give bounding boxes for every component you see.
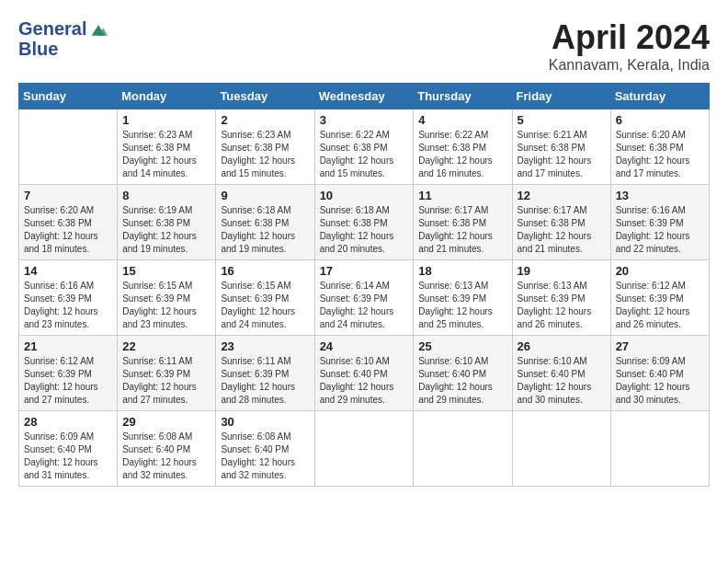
day-cell: 17Sunrise: 6:14 AM Sunset: 6:39 PM Dayli… [314, 260, 414, 336]
day-info: Sunrise: 6:08 AM Sunset: 6:40 PM Dayligh… [122, 431, 210, 482]
day-cell: 19Sunrise: 6:13 AM Sunset: 6:39 PM Dayli… [512, 260, 610, 336]
day-number: 17 [320, 264, 409, 278]
day-info: Sunrise: 6:23 AM Sunset: 6:38 PM Dayligh… [122, 129, 210, 180]
day-number: 9 [221, 189, 309, 202]
day-number: 21 [24, 339, 112, 353]
col-header-friday: Friday [512, 84, 610, 109]
day-info: Sunrise: 6:19 AM Sunset: 6:38 PM Dayligh… [122, 204, 210, 256]
day-cell: 28Sunrise: 6:09 AM Sunset: 6:40 PM Dayli… [19, 411, 118, 487]
day-cell: 10Sunrise: 6:18 AM Sunset: 6:38 PM Dayli… [314, 185, 414, 260]
day-number: 29 [122, 415, 210, 429]
page-header: General Blue April 2024 Kannavam, Kerala… [18, 18, 710, 74]
day-info: Sunrise: 6:17 AM Sunset: 6:38 PM Dayligh… [418, 204, 506, 256]
week-row-3: 14Sunrise: 6:16 AM Sunset: 6:39 PM Dayli… [19, 260, 710, 336]
day-number: 22 [122, 339, 210, 353]
day-number: 4 [418, 113, 506, 127]
day-info: Sunrise: 6:18 AM Sunset: 6:38 PM Dayligh… [221, 204, 309, 256]
day-number: 7 [24, 189, 112, 202]
day-cell: 12Sunrise: 6:17 AM Sunset: 6:38 PM Dayli… [512, 185, 610, 260]
day-number: 13 [616, 189, 704, 202]
col-header-wednesday: Wednesday [314, 84, 414, 109]
day-number: 1 [122, 113, 210, 127]
day-cell: 16Sunrise: 6:15 AM Sunset: 6:39 PM Dayli… [216, 260, 314, 336]
day-info: Sunrise: 6:09 AM Sunset: 6:40 PM Dayligh… [24, 431, 112, 482]
day-info: Sunrise: 6:11 AM Sunset: 6:39 PM Dayligh… [221, 355, 309, 407]
day-number: 19 [518, 264, 606, 278]
day-info: Sunrise: 6:22 AM Sunset: 6:38 PM Dayligh… [320, 129, 409, 180]
day-number: 3 [320, 113, 409, 127]
day-cell: 15Sunrise: 6:15 AM Sunset: 6:39 PM Dayli… [118, 260, 216, 336]
day-cell: 2Sunrise: 6:23 AM Sunset: 6:38 PM Daylig… [216, 109, 314, 185]
day-info: Sunrise: 6:12 AM Sunset: 6:39 PM Dayligh… [616, 280, 704, 331]
day-number: 18 [418, 264, 506, 278]
month-title: April 2024 [549, 18, 710, 57]
day-cell: 20Sunrise: 6:12 AM Sunset: 6:39 PM Dayli… [610, 260, 709, 336]
day-cell: 8Sunrise: 6:19 AM Sunset: 6:38 PM Daylig… [118, 185, 216, 260]
day-info: Sunrise: 6:13 AM Sunset: 6:39 PM Dayligh… [518, 280, 606, 331]
week-row-4: 21Sunrise: 6:12 AM Sunset: 6:39 PM Dayli… [19, 336, 710, 411]
day-number: 8 [122, 189, 210, 202]
day-cell: 23Sunrise: 6:11 AM Sunset: 6:39 PM Dayli… [216, 336, 314, 411]
day-number: 16 [221, 264, 309, 278]
day-info: Sunrise: 6:10 AM Sunset: 6:40 PM Dayligh… [418, 355, 506, 407]
day-cell: 1Sunrise: 6:23 AM Sunset: 6:38 PM Daylig… [118, 109, 216, 185]
day-cell: 27Sunrise: 6:09 AM Sunset: 6:40 PM Dayli… [610, 336, 709, 411]
day-info: Sunrise: 6:09 AM Sunset: 6:40 PM Dayligh… [616, 355, 704, 407]
day-cell: 7Sunrise: 6:20 AM Sunset: 6:38 PM Daylig… [19, 185, 118, 260]
day-cell: 6Sunrise: 6:20 AM Sunset: 6:38 PM Daylig… [610, 109, 709, 185]
col-header-tuesday: Tuesday [216, 84, 314, 109]
day-number: 10 [320, 189, 409, 202]
day-cell: 11Sunrise: 6:17 AM Sunset: 6:38 PM Dayli… [414, 185, 512, 260]
day-info: Sunrise: 6:13 AM Sunset: 6:39 PM Dayligh… [418, 280, 506, 331]
day-cell [19, 109, 118, 185]
day-cell [610, 411, 709, 487]
day-cell: 29Sunrise: 6:08 AM Sunset: 6:40 PM Dayli… [118, 411, 216, 487]
day-info: Sunrise: 6:22 AM Sunset: 6:38 PM Dayligh… [418, 129, 506, 180]
day-number: 12 [518, 189, 606, 202]
location: Kannavam, Kerala, India [549, 57, 710, 74]
day-info: Sunrise: 6:15 AM Sunset: 6:39 PM Dayligh… [122, 280, 210, 331]
day-cell: 4Sunrise: 6:22 AM Sunset: 6:38 PM Daylig… [414, 109, 512, 185]
day-info: Sunrise: 6:23 AM Sunset: 6:38 PM Dayligh… [221, 129, 309, 180]
title-block: April 2024 Kannavam, Kerala, India [549, 18, 710, 74]
day-number: 2 [221, 113, 309, 127]
day-number: 20 [616, 264, 704, 278]
day-cell [314, 411, 414, 487]
day-number: 5 [518, 113, 606, 127]
day-cell: 3Sunrise: 6:22 AM Sunset: 6:38 PM Daylig… [314, 109, 414, 185]
day-number: 11 [418, 189, 506, 202]
day-cell: 30Sunrise: 6:08 AM Sunset: 6:40 PM Dayli… [216, 411, 314, 487]
col-header-saturday: Saturday [610, 84, 709, 109]
day-cell: 18Sunrise: 6:13 AM Sunset: 6:39 PM Dayli… [414, 260, 512, 336]
col-header-monday: Monday [118, 84, 216, 109]
day-info: Sunrise: 6:20 AM Sunset: 6:38 PM Dayligh… [24, 204, 112, 256]
logo: General Blue [18, 18, 108, 59]
day-number: 25 [418, 339, 506, 353]
day-info: Sunrise: 6:20 AM Sunset: 6:38 PM Dayligh… [616, 129, 704, 180]
day-number: 15 [122, 264, 210, 278]
day-info: Sunrise: 6:18 AM Sunset: 6:38 PM Dayligh… [320, 204, 409, 256]
day-cell: 22Sunrise: 6:11 AM Sunset: 6:39 PM Dayli… [118, 336, 216, 411]
day-info: Sunrise: 6:16 AM Sunset: 6:39 PM Dayligh… [616, 204, 704, 256]
day-number: 28 [24, 415, 112, 429]
day-number: 26 [518, 339, 606, 353]
day-number: 27 [616, 339, 704, 353]
day-number: 30 [221, 415, 309, 429]
day-info: Sunrise: 6:15 AM Sunset: 6:39 PM Dayligh… [221, 280, 309, 331]
day-info: Sunrise: 6:12 AM Sunset: 6:39 PM Dayligh… [24, 355, 112, 407]
day-cell: 5Sunrise: 6:21 AM Sunset: 6:38 PM Daylig… [512, 109, 610, 185]
logo-text: General [18, 18, 108, 39]
day-info: Sunrise: 6:11 AM Sunset: 6:39 PM Dayligh… [122, 355, 210, 407]
day-number: 24 [320, 339, 409, 353]
day-info: Sunrise: 6:14 AM Sunset: 6:39 PM Dayligh… [320, 280, 409, 331]
day-cell: 21Sunrise: 6:12 AM Sunset: 6:39 PM Dayli… [19, 336, 118, 411]
day-number: 14 [24, 264, 112, 278]
week-row-1: 1Sunrise: 6:23 AM Sunset: 6:38 PM Daylig… [19, 109, 710, 185]
day-cell: 26Sunrise: 6:10 AM Sunset: 6:40 PM Dayli… [512, 336, 610, 411]
col-header-thursday: Thursday [414, 84, 512, 109]
day-info: Sunrise: 6:10 AM Sunset: 6:40 PM Dayligh… [320, 355, 409, 407]
day-info: Sunrise: 6:17 AM Sunset: 6:38 PM Dayligh… [518, 204, 606, 256]
day-info: Sunrise: 6:08 AM Sunset: 6:40 PM Dayligh… [221, 431, 309, 482]
day-number: 6 [616, 113, 704, 127]
day-cell: 24Sunrise: 6:10 AM Sunset: 6:40 PM Dayli… [314, 336, 414, 411]
